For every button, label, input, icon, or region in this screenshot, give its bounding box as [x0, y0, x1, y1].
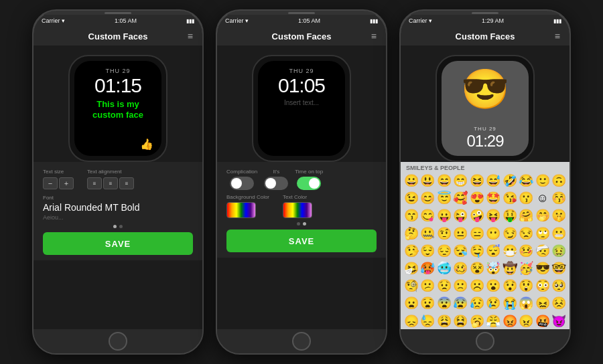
emoji-cell[interactable]: 🤨 [436, 225, 452, 242]
emoji-cell[interactable]: 🥰 [453, 190, 469, 207]
emoji-cell[interactable]: 😒 [519, 225, 535, 242]
emoji-cell[interactable]: 😶 [486, 225, 502, 242]
emoji-cell[interactable]: 😡 [502, 313, 518, 330]
toggle-timeontop-switch[interactable] [297, 177, 321, 190]
emoji-cell[interactable]: 😘 [502, 190, 518, 207]
emoji-cell[interactable]: 🤢 [551, 243, 567, 260]
emoji-cell[interactable]: 😨 [436, 295, 452, 312]
emoji-cell[interactable]: 😕 [420, 278, 436, 294]
emoji-cell[interactable]: 😋 [420, 207, 436, 224]
emoji-cell[interactable]: 😷 [502, 243, 518, 260]
emoji-cell[interactable]: 😯 [502, 278, 518, 294]
emoji-cell[interactable]: 😙 [403, 207, 419, 224]
emoji-cell[interactable]: 😎 [535, 260, 551, 277]
emoji-cell[interactable]: 😍 [469, 190, 485, 207]
emoji-cell[interactable]: ☹️ [469, 278, 485, 294]
emoji-cell[interactable]: 😢 [486, 295, 502, 312]
emoji-cell[interactable]: 😞 [403, 313, 419, 330]
emoji-cell[interactable]: 😑 [469, 225, 485, 242]
emoji-cell[interactable]: 😉 [403, 190, 419, 207]
emoji-cell[interactable]: 😰 [453, 295, 469, 312]
emoji-cell[interactable]: 😦 [403, 295, 419, 312]
text-color-swatch[interactable] [283, 202, 312, 218]
emoji-cell[interactable]: 😫 [453, 313, 469, 330]
emoji-cell[interactable]: 😓 [420, 313, 436, 330]
emoji-cell[interactable]: 😥 [469, 295, 485, 312]
home-button-3[interactable] [476, 332, 494, 351]
emoji-cell[interactable]: 🤤 [469, 243, 485, 260]
emoji-cell[interactable]: 🥶 [436, 260, 452, 277]
emoji-cell[interactable]: 🤩 [486, 190, 502, 207]
emoji-cell[interactable]: 🤣 [502, 173, 518, 189]
emoji-cell[interactable]: 😠 [519, 313, 535, 330]
emoji-cell[interactable]: 😜 [453, 207, 469, 224]
emoji-cell[interactable]: 😔 [436, 243, 452, 260]
emoji-cell[interactable]: ☺️ [535, 190, 551, 207]
emoji-cell[interactable]: 😊 [420, 190, 436, 207]
emoji-cell[interactable]: 😏 [502, 225, 518, 242]
emoji-cell[interactable]: 🤫 [551, 207, 567, 224]
emoji-cell[interactable]: 😬 [551, 225, 567, 242]
align-center-button[interactable]: ≡ [103, 177, 118, 189]
emoji-cell[interactable]: 🤪 [469, 207, 485, 224]
emoji-cell[interactable]: 😁 [453, 173, 469, 189]
emoji-cell[interactable]: 😈 [551, 313, 567, 330]
emoji-cell[interactable]: 😤 [486, 313, 502, 330]
save-button-1[interactable]: SAVE [43, 232, 193, 255]
emoji-cell[interactable]: 😟 [436, 278, 452, 294]
increase-size-button[interactable]: + [59, 177, 74, 189]
emoji-cell[interactable]: 😖 [535, 295, 551, 312]
toggle-its-switch[interactable] [264, 177, 288, 190]
emoji-cell[interactable]: 😅 [486, 173, 502, 189]
emoji-cell[interactable]: 🤬 [535, 313, 551, 330]
emoji-cell[interactable]: 🤓 [551, 260, 567, 277]
emoji-cell[interactable]: 🤥 [403, 243, 419, 260]
emoji-cell[interactable]: 😛 [436, 207, 452, 224]
emoji-cell[interactable]: 😀 [403, 173, 419, 189]
emoji-cell[interactable]: 😌 [420, 243, 436, 260]
emoji-cell[interactable]: 😲 [519, 278, 535, 294]
emoji-cell[interactable]: 😳 [535, 278, 551, 294]
emoji-cell[interactable]: 🥳 [519, 260, 535, 277]
emoji-cell[interactable]: 😚 [551, 190, 567, 207]
emoji-cell[interactable]: 😄 [436, 173, 452, 189]
home-button-2[interactable] [292, 332, 311, 351]
emoji-cell[interactable]: 🥴 [453, 260, 469, 277]
save-button-2[interactable]: SAVE [226, 230, 377, 252]
emoji-cell[interactable]: 🤕 [535, 243, 551, 260]
emoji-cell[interactable]: 🤑 [502, 207, 518, 224]
emoji-cell[interactable]: 😐 [453, 225, 469, 242]
emoji-cell[interactable]: 🤗 [519, 207, 535, 224]
emoji-cell[interactable]: 🙂 [535, 173, 551, 189]
emoji-cell[interactable]: 😪 [453, 243, 469, 260]
emoji-cell[interactable]: 🤧 [403, 260, 419, 277]
menu-icon-3[interactable]: ≡ [555, 31, 560, 41]
emoji-cell[interactable]: 😱 [519, 295, 535, 312]
emoji-cell[interactable]: 🥱 [469, 313, 485, 330]
emoji-cell[interactable]: 🙄 [535, 225, 551, 242]
emoji-cell[interactable]: 🤠 [502, 260, 518, 277]
emoji-cell[interactable]: 😃 [420, 173, 436, 189]
emoji-cell[interactable]: 🤭 [535, 207, 551, 224]
emoji-cell[interactable]: 🤐 [420, 225, 436, 242]
emoji-cell[interactable]: 😴 [486, 243, 502, 260]
menu-icon-2[interactable]: ≡ [371, 31, 377, 41]
emoji-cell[interactable]: 🤔 [403, 225, 419, 242]
emoji-cell[interactable]: 🤯 [486, 260, 502, 277]
emoji-grid[interactable]: 😀😃😄😁😆😅🤣😂🙂🙃😉😊😇🥰😍🤩😘😗☺️😚😙😋😛😜🤪😝🤑🤗🤭🤫🤔🤐🤨😐😑😶😏😒🙄… [401, 173, 570, 329]
emoji-cell[interactable]: 🥺 [551, 278, 567, 294]
emoji-cell[interactable]: 😇 [436, 190, 452, 207]
emoji-cell[interactable]: 😂 [519, 173, 535, 189]
emoji-cell[interactable]: 😧 [420, 295, 436, 312]
emoji-cell[interactable]: 🤒 [519, 243, 535, 260]
menu-icon-1[interactable]: ≡ [188, 31, 193, 41]
emoji-cell[interactable]: 😗 [519, 190, 535, 207]
emoji-cell[interactable]: 😣 [551, 295, 567, 312]
decrease-size-button[interactable]: − [43, 177, 58, 189]
align-right-button[interactable]: ≡ [119, 177, 134, 189]
home-button-1[interactable] [109, 332, 127, 351]
emoji-cell[interactable]: 🥵 [420, 260, 436, 277]
emoji-cell[interactable]: 😵 [469, 260, 485, 277]
emoji-cell[interactable]: 🙃 [551, 173, 567, 189]
emoji-cell[interactable]: 😭 [502, 295, 518, 312]
